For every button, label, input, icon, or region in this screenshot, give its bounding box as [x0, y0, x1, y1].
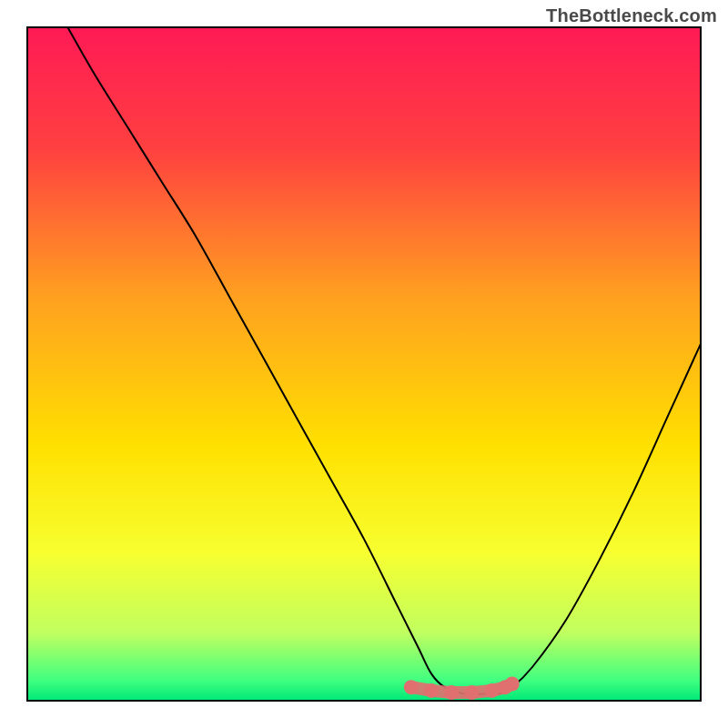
chart-container: TheBottleneck.com [0, 0, 728, 728]
sweet-spot-point [424, 683, 439, 698]
sweet-spot-point [464, 685, 479, 700]
watermark-text: TheBottleneck.com [546, 5, 717, 26]
sweet-spot-point [404, 680, 419, 694]
sweet-spot-point [444, 685, 459, 700]
sweet-spot-point [505, 677, 520, 692]
sweet-spot-point [485, 683, 500, 698]
bottleneck-chart [0, 0, 728, 728]
